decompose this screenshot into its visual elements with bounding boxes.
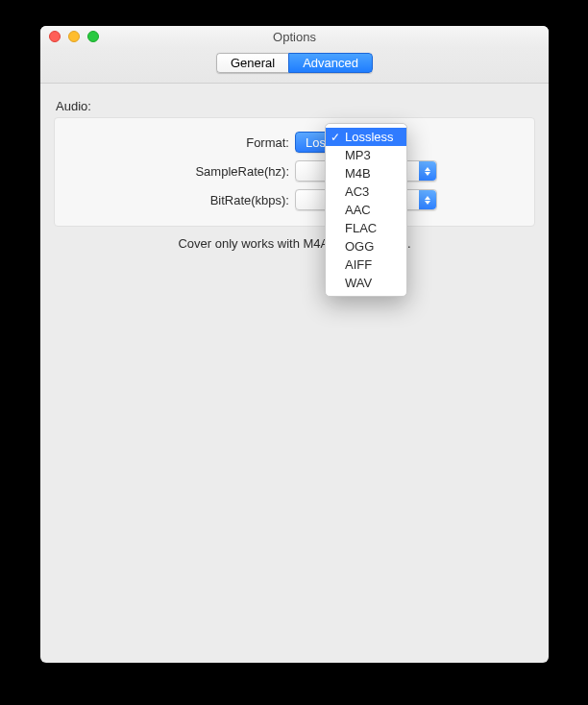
audio-section-label: Audio: — [56, 99, 535, 113]
tab-general[interactable]: General — [216, 53, 288, 73]
tab-bar: General Advanced — [40, 47, 549, 84]
window-title: Options — [40, 30, 549, 44]
samplerate-label: SampleRate(hz): — [68, 164, 295, 179]
format-row: Format: Lossless — [68, 128, 521, 157]
tab-advanced[interactable]: Advanced — [288, 53, 373, 73]
bitrate-row: BitRate(kbps): — [68, 185, 521, 214]
format-option[interactable]: WAV — [326, 274, 406, 292]
format-option[interactable]: M4B — [326, 164, 406, 182]
format-dropdown-menu: LosslessMP3M4BAC3AACFLACOGGAIFFWAV — [325, 123, 407, 297]
cover-hint: Cover only works with M4A and MP3 files. — [54, 236, 535, 251]
format-option[interactable]: OGG — [326, 237, 406, 255]
audio-group: Format: Lossless SampleRate(hz): BitRate… — [54, 117, 535, 227]
format-option[interactable]: AIFF — [326, 255, 406, 274]
chevron-updown-icon — [419, 190, 436, 209]
format-option[interactable]: FLAC — [326, 219, 406, 237]
format-option[interactable]: MP3 — [326, 146, 406, 164]
format-label: Format: — [68, 135, 295, 150]
bitrate-label: BitRate(kbps): — [68, 193, 295, 207]
format-option[interactable]: AAC — [326, 201, 406, 219]
format-option[interactable]: Lossless — [326, 128, 406, 146]
format-option[interactable]: AC3 — [326, 182, 406, 201]
titlebar: Options — [40, 26, 549, 47]
tab-segmented-control: General Advanced — [216, 53, 373, 73]
options-window: Options General Advanced Audio: Format: … — [40, 26, 549, 663]
chevron-updown-icon — [419, 161, 436, 181]
samplerate-row: SampleRate(hz): — [68, 157, 521, 185]
content-area: Audio: Format: Lossless SampleRate(hz): … — [40, 84, 549, 260]
